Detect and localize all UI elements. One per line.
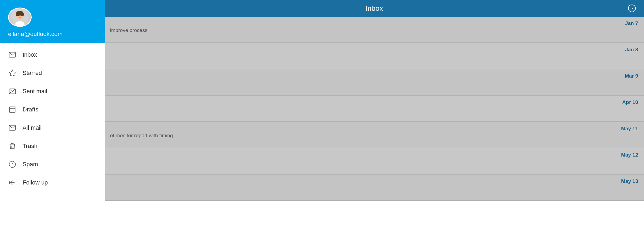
sidebar-item-followup[interactable]: Follow up bbox=[0, 173, 105, 192]
svg-rect-13 bbox=[10, 107, 15, 113]
sidebar-item-allmail[interactable]: All mail bbox=[0, 119, 105, 137]
sidebar-label-drafts: Drafts bbox=[23, 106, 38, 113]
user-email: ellana@outlook.com bbox=[8, 31, 63, 38]
email-date: Jan 8 bbox=[625, 47, 638, 53]
sidebar-item-sent[interactable]: Sent mail bbox=[0, 82, 105, 100]
avatar bbox=[8, 8, 32, 27]
topbar-title: Inbox bbox=[365, 4, 383, 13]
email-date: Mar 9 bbox=[625, 73, 638, 79]
email-date: May 12 bbox=[621, 152, 638, 158]
sidebar-item-starred[interactable]: Starred bbox=[0, 64, 105, 82]
svg-point-8 bbox=[21, 15, 22, 16]
email-item[interactable]: Mar 9 bbox=[105, 69, 644, 96]
clock-icon-button[interactable] bbox=[627, 3, 637, 13]
email-snippet: of monitor report with timing bbox=[110, 133, 638, 139]
email-list: Jan 7improve processJan 8Mar 9Apr 10May … bbox=[105, 17, 644, 201]
sidebar-label-starred: Starred bbox=[23, 70, 42, 77]
trash-icon bbox=[8, 142, 17, 150]
email-item[interactable]: May 12 bbox=[105, 148, 644, 175]
main-content: Inbox Jan 7improve processJan 8Mar 9Apr … bbox=[105, 0, 644, 239]
followup-icon bbox=[8, 178, 17, 187]
sidebar-label-trash: Trash bbox=[23, 143, 37, 150]
email-item[interactable]: May 11of monitor report with timing bbox=[105, 122, 644, 148]
allmail-icon bbox=[8, 124, 17, 132]
sidebar-item-drafts[interactable]: Drafts bbox=[0, 100, 105, 119]
sidebar-label-followup: Follow up bbox=[23, 179, 48, 186]
sidebar-nav: Inbox Starred Sent mail Drafts bbox=[0, 43, 105, 239]
spam-icon bbox=[8, 160, 17, 169]
email-date: May 11 bbox=[621, 126, 638, 132]
drafts-icon bbox=[8, 105, 17, 114]
svg-line-12 bbox=[9, 92, 11, 94]
svg-marker-10 bbox=[9, 70, 15, 76]
topbar: Inbox bbox=[105, 0, 644, 17]
email-item[interactable]: Apr 10 bbox=[105, 96, 644, 122]
email-item[interactable]: Jan 7improve process bbox=[105, 17, 644, 43]
sidebar-item-spam[interactable]: Spam bbox=[0, 155, 105, 173]
sidebar-label-allmail: All mail bbox=[23, 124, 42, 131]
email-date: May 13 bbox=[621, 178, 638, 184]
sent-icon bbox=[8, 87, 17, 96]
email-date: Apr 10 bbox=[622, 99, 638, 105]
sidebar-label-sent: Sent mail bbox=[23, 88, 47, 95]
sidebar-label-inbox: Inbox bbox=[23, 51, 37, 58]
inbox-icon bbox=[8, 50, 17, 59]
star-icon bbox=[8, 69, 17, 77]
sidebar-item-trash[interactable]: Trash bbox=[0, 137, 105, 155]
email-item[interactable]: May 13 bbox=[105, 175, 644, 201]
sidebar-header: ellana@outlook.com bbox=[0, 0, 105, 43]
email-date: Jan 7 bbox=[625, 20, 638, 26]
email-snippet: improve process bbox=[110, 27, 638, 33]
svg-point-7 bbox=[18, 15, 19, 16]
sidebar: ellana@outlook.com Inbox Starred Sent ma… bbox=[0, 0, 105, 239]
sidebar-item-inbox[interactable]: Inbox bbox=[0, 46, 105, 64]
email-item[interactable]: Jan 8 bbox=[105, 43, 644, 69]
sidebar-label-spam: Spam bbox=[23, 161, 38, 168]
